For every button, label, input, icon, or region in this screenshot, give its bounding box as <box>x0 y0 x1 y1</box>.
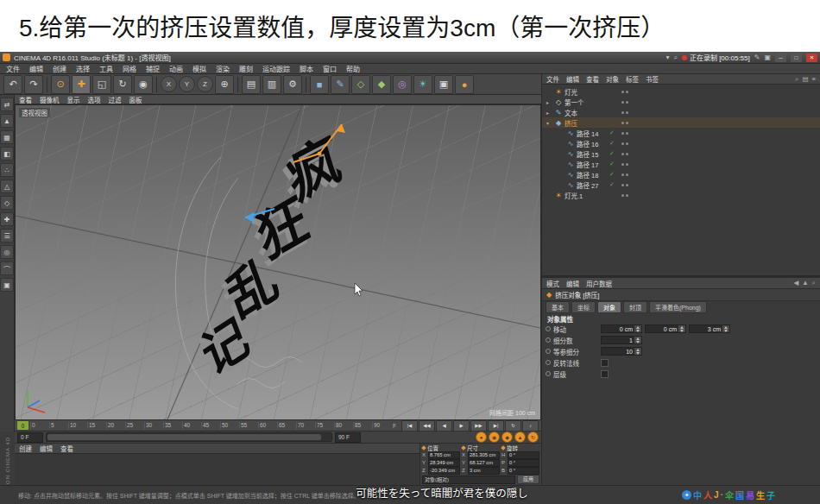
keyframe-circle-icon[interactable] <box>546 360 551 365</box>
coord-system-icon[interactable]: ⊕ <box>215 75 234 94</box>
tree-item-null[interactable]: ▸ ◇ 第一个 <box>542 97 820 107</box>
am-up-icon[interactable]: ▲ <box>802 279 808 287</box>
menu-file[interactable]: 文件 <box>6 64 20 73</box>
tree-item-light-1[interactable]: ☀ 灯光.1 <box>542 190 820 200</box>
goto-end-button[interactable]: ▶| <box>488 420 504 432</box>
menu-window[interactable]: 窗口 <box>323 64 337 73</box>
enable-check-icon[interactable]: ✓ <box>609 129 615 136</box>
prev-key-button[interactable]: ◀◀ <box>419 420 435 432</box>
undo-icon[interactable]: ↶ <box>3 75 22 94</box>
movement-z-field[interactable]: 3 cm <box>689 324 730 333</box>
model-mode-icon[interactable]: ▲ <box>0 114 14 128</box>
enable-check-icon[interactable]: ✓ <box>609 140 615 147</box>
hierarchical-checkbox[interactable] <box>601 370 609 378</box>
convert-icon[interactable]: ⇄ <box>0 98 14 111</box>
tab-object[interactable]: 对象 <box>597 301 621 313</box>
tab-coordinates[interactable]: 坐标 <box>571 301 596 313</box>
menu-mesh[interactable]: 网格 <box>123 64 136 73</box>
loop-button[interactable]: ↻ <box>505 420 521 432</box>
mat-menu-view[interactable]: 查看 <box>60 444 73 453</box>
tree-item-light[interactable]: ☀ 灯光 <box>542 86 820 97</box>
camera-record-icon[interactable]: ▣ <box>764 54 771 61</box>
last-tool-icon[interactable]: ◉ <box>134 75 153 94</box>
am-menu-edit[interactable]: 编辑 <box>566 279 579 288</box>
move-tool-icon[interactable]: ✚ <box>72 75 91 94</box>
movement-y-field[interactable]: 0 cm <box>645 324 686 333</box>
record-scale-button[interactable]: ▲ <box>514 432 526 443</box>
record-position-button[interactable]: ◆ <box>501 432 513 443</box>
maximize-button[interactable]: □ <box>791 54 802 62</box>
menu-script[interactable]: 脚本 <box>300 64 313 73</box>
om-menu-tags[interactable]: 标签 <box>626 74 639 84</box>
y-lock-icon[interactable]: Y <box>179 76 195 92</box>
am-menu-userdata[interactable]: 用户数据 <box>586 279 612 288</box>
visibility-dots-icon[interactable] <box>621 153 628 155</box>
om-menu-bookmarks[interactable]: 书签 <box>646 74 659 84</box>
magnet-icon[interactable]: ⌒ <box>0 261 14 275</box>
camera-icon[interactable]: ▣ <box>434 75 453 94</box>
keyframe-circle-icon[interactable] <box>546 326 551 331</box>
vp-menu-display[interactable]: 显示 <box>67 95 80 104</box>
viewport-filter-icon[interactable]: ☰ <box>0 229 14 243</box>
size-x-field[interactable]: 281.305 cm <box>468 451 500 459</box>
am-menu-mode[interactable]: 模式 <box>546 279 559 288</box>
play-button[interactable]: ▶ <box>453 420 470 432</box>
add-cube-icon[interactable]: ■ <box>310 75 329 94</box>
menu-help[interactable]: 帮助 <box>346 64 360 73</box>
visibility-dots-icon[interactable] <box>621 132 628 135</box>
vp-menu-panel[interactable]: 面板 <box>129 95 142 104</box>
keyframe-circle-icon[interactable] <box>546 371 551 376</box>
minimize-button[interactable]: ─ <box>775 54 786 62</box>
visibility-dots-icon[interactable] <box>621 184 628 186</box>
spinner-icon[interactable] <box>634 337 641 343</box>
coord-mode-select[interactable]: 对象(相对) <box>422 476 515 484</box>
live-selection-icon[interactable]: ⊙ <box>51 75 70 94</box>
vp-menu-camera[interactable]: 摄像机 <box>40 95 60 104</box>
rotation-b-field[interactable]: 0 ° <box>508 467 539 475</box>
environment-icon[interactable]: ☀ <box>413 75 432 94</box>
menu-tools[interactable]: 工具 <box>99 64 113 73</box>
next-frame-button[interactable]: ▶▶ <box>470 420 487 432</box>
size-y-field[interactable]: 68.127 cm <box>468 459 500 467</box>
om-list-icon[interactable]: ≡ <box>812 75 816 84</box>
am-search-icon[interactable]: ⌕ <box>812 279 816 287</box>
frame-start-field[interactable]: 0 F <box>17 432 43 443</box>
om-menu-view[interactable]: 查看 <box>586 74 599 84</box>
tree-item-path[interactable]: ∿ 路径 18 ✓ <box>542 169 820 180</box>
record-objects-button[interactable]: ● <box>476 432 487 443</box>
texture-mode-icon[interactable]: ▦ <box>0 130 14 144</box>
timeline-scrollbar[interactable] <box>46 432 332 442</box>
expand-arrow-icon[interactable]: ▸ <box>546 99 552 105</box>
menu-simulate[interactable]: 模拟 <box>192 64 206 73</box>
vp-menu-filter[interactable]: 过滤 <box>109 95 122 104</box>
vp-menu-options[interactable]: 选项 <box>88 95 101 104</box>
render-view-icon[interactable]: ▤ <box>242 75 261 94</box>
search-icon[interactable]: ⌕ <box>673 54 677 62</box>
workplane-lock-icon[interactable]: ▣ <box>0 278 14 292</box>
autokey-button[interactable]: ◉ <box>489 432 500 443</box>
timeline-ruler[interactable]: 0 0 5 10 15 20 25 30 35 40 45 50 55 60 6… <box>15 420 401 431</box>
spinner-icon[interactable] <box>634 348 641 355</box>
pencil-icon[interactable]: ✎ <box>754 54 760 61</box>
close-button[interactable]: ✕ <box>806 54 817 62</box>
tree-item-path[interactable]: ∿ 路径 17 ✓ <box>542 159 820 169</box>
flip-normals-checkbox[interactable] <box>601 359 609 367</box>
render-picture-viewer-icon[interactable]: ▥ <box>262 75 281 94</box>
visibility-dots-icon[interactable] <box>621 122 628 124</box>
edges-mode-icon[interactable]: △ <box>0 180 14 193</box>
render-settings-icon[interactable]: ⚙ <box>283 75 302 94</box>
enable-check-icon[interactable]: ✓ <box>609 161 615 167</box>
record-rotation-button[interactable]: ↻ <box>527 432 539 443</box>
deformer-icon[interactable]: ◎ <box>393 75 412 94</box>
subdivision-surface-icon[interactable]: ◇ <box>351 75 370 94</box>
generators-extrude-icon[interactable]: ◆ <box>372 75 391 94</box>
enable-axis-icon[interactable]: ✚ <box>0 212 14 226</box>
om-search-icon[interactable]: ⌕ <box>795 75 798 84</box>
title-bar[interactable]: CINEMA 4D R16.011 Studio (未标题 1) - [透视视图… <box>0 52 820 64</box>
position-z-field[interactable]: -20.349 cm <box>428 467 460 475</box>
viewport-3d-canvas[interactable]: 疯 疯 狂 狂 乱 乱 记 记 <box>16 105 540 419</box>
visibility-dots-icon[interactable] <box>621 194 628 197</box>
workplane-icon[interactable]: ◧ <box>0 147 14 161</box>
tree-item-extrude-selected[interactable]: ▾ ◆ 挤压 <box>542 117 820 128</box>
timeline-playhead[interactable]: 0 <box>17 421 28 430</box>
